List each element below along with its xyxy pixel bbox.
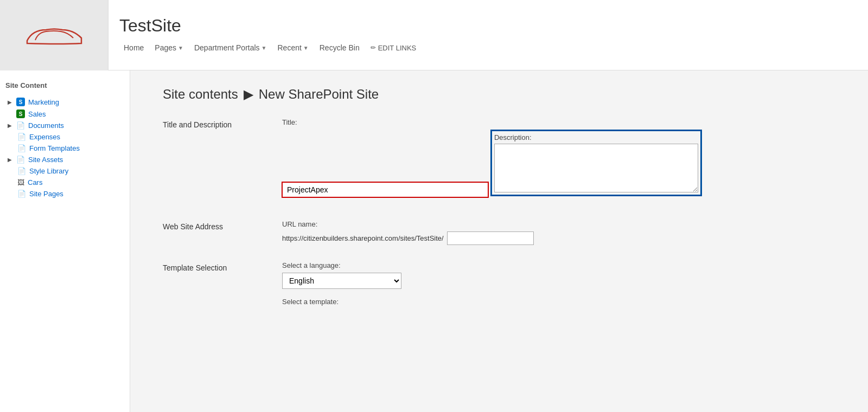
sidebar-item-style-library[interactable]: 📄 Style Library (5, 165, 124, 177)
description-textarea[interactable] (494, 144, 698, 192)
site-assets-icon: 📄 (16, 156, 25, 164)
pencil-icon: ✏ (371, 44, 376, 52)
pages-arrow-icon: ▼ (178, 45, 183, 51)
expand-arrow-icon: ▶ (8, 157, 13, 163)
sales-icon: S (16, 110, 25, 118)
marketing-icon: S (16, 98, 25, 106)
url-name-label: URL name: (282, 220, 835, 228)
description-field-label: Description: (494, 133, 698, 141)
title-input[interactable] (282, 182, 488, 197)
svg-rect-0 (16, 16, 92, 54)
dept-arrow-icon: ▼ (261, 45, 267, 51)
form-section-template: Template Selection Select a language: En… (163, 261, 835, 309)
site-pages-icon: 📄 (17, 190, 26, 198)
section-label-web-address: Web Site Address (163, 220, 282, 245)
expenses-icon: 📄 (17, 133, 26, 141)
section-label-template: Template Selection (163, 261, 282, 309)
language-label: Select a language: (282, 261, 835, 269)
sidebar-label-sales: Sales (28, 110, 46, 118)
sidebar-item-site-pages[interactable]: 📄 Site Pages (5, 188, 124, 199)
form-templates-icon: 📄 (17, 144, 26, 152)
sidebar-label-form-templates: Form Templates (29, 144, 80, 152)
sidebar-label-marketing: Marketing (28, 98, 59, 106)
logo-area (0, 0, 108, 70)
site-title-nav: TestSite Home Pages ▼ Department Portals… (108, 10, 431, 60)
url-row: https://citizenbuilders.sharepoint.com/s… (282, 231, 835, 245)
sidebar-item-expenses[interactable]: 📄 Expenses (5, 131, 124, 143)
url-base-text: https://citizenbuilders.sharepoint.com/s… (282, 234, 444, 242)
breadcrumb-part2: New SharePoint Site (259, 87, 379, 102)
sidebar-label-documents: Documents (28, 121, 64, 130)
sidebar-label-style-library: Style Library (29, 167, 68, 175)
url-suffix-input[interactable] (447, 231, 534, 245)
sidebar-label-cars: Cars (28, 178, 42, 186)
sidebar-item-sales[interactable]: ▶ S Sales (5, 108, 124, 120)
content-area: Site contents ▶ New SharePoint Site Titl… (130, 70, 868, 412)
nav-recycle-bin[interactable]: Recycle Bin (315, 41, 364, 54)
template-content: Select a language: English French German… (282, 261, 835, 309)
edit-links-button[interactable]: ✏ EDIT LINKS (366, 42, 421, 54)
sidebar-label-site-assets: Site Assets (28, 156, 63, 164)
sidebar: Site Content ▶ S Marketing ▶ S Sales ▶ 📄… (0, 70, 130, 412)
description-wrapper: Description: (490, 130, 702, 196)
sidebar-label-expenses: Expenses (29, 133, 60, 141)
nav-pages[interactable]: Pages ▼ (150, 41, 188, 54)
nav-department-portals[interactable]: Department Portals ▼ (190, 41, 271, 54)
sidebar-title: Site Content (5, 81, 124, 89)
page-breadcrumb: Site contents ▶ New SharePoint Site (163, 87, 835, 102)
sidebar-item-site-assets[interactable]: ▶ 📄 Site Assets (5, 154, 124, 165)
site-logo (16, 16, 92, 54)
template-label: Select a template: (282, 298, 835, 306)
nav-bar: Home Pages ▼ Department Portals ▼ Recent… (119, 41, 420, 54)
cars-icon: 🖼 (17, 178, 24, 186)
language-select[interactable]: English French German Spanish (282, 273, 401, 289)
style-library-icon: 📄 (17, 167, 26, 175)
form-section-web-address: Web Site Address URL name: https://citiz… (163, 220, 835, 245)
sidebar-item-form-templates[interactable]: 📄 Form Templates (5, 143, 124, 154)
section-label-title-desc: Title and Description (163, 118, 282, 204)
documents-icon: 📄 (16, 121, 25, 130)
web-address-content: URL name: https://citizenbuilders.sharep… (282, 220, 835, 245)
sidebar-item-documents[interactable]: ▶ 📄 Documents (5, 120, 124, 131)
main-layout: Site Content ▶ S Marketing ▶ S Sales ▶ 📄… (0, 70, 868, 412)
header: TestSite Home Pages ▼ Department Portals… (0, 0, 868, 70)
nav-recent[interactable]: Recent ▼ (273, 41, 312, 54)
site-title: TestSite (119, 16, 420, 36)
sidebar-item-marketing[interactable]: ▶ S Marketing (5, 96, 124, 108)
sidebar-label-site-pages: Site Pages (29, 190, 63, 198)
form-section-title-desc: Title and Description Title: Description… (163, 118, 835, 204)
title-desc-content: Title: Description: (282, 118, 835, 204)
breadcrumb-arrow-icon: ▶ (244, 87, 253, 102)
recent-arrow-icon: ▼ (303, 45, 309, 51)
expand-arrow-icon: ▶ (8, 123, 13, 128)
nav-home[interactable]: Home (119, 41, 148, 54)
breadcrumb-part1: Site contents (163, 87, 238, 102)
title-field-label: Title: (282, 118, 835, 126)
sidebar-item-cars[interactable]: 🖼 Cars (5, 177, 124, 188)
expand-arrow-icon: ▶ (8, 99, 13, 105)
